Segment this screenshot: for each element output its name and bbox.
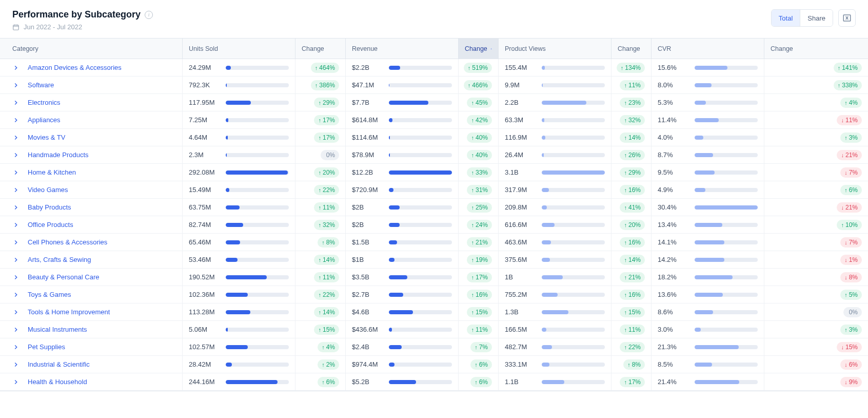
cvr-value: 11.4% <box>658 116 689 124</box>
info-icon[interactable]: i <box>145 11 153 19</box>
revenue-value: $2B <box>352 221 384 229</box>
category-link[interactable]: Tools & Home Improvement <box>28 308 110 316</box>
change-pill: ↑5% <box>840 290 862 300</box>
category-link[interactable]: Video Games <box>28 186 68 194</box>
col-header-units-sold[interactable]: Units Sold <box>183 39 295 59</box>
category-link[interactable]: Electronics <box>28 99 61 106</box>
change-pill: ↑19% <box>467 255 492 265</box>
views-value: 63.3M <box>505 116 537 124</box>
revenue-value: $974.4M <box>352 360 384 368</box>
table-row: Pet Supplies 102.57M ↑4% $2.4B ↑7% 482.7… <box>0 338 868 356</box>
category-link[interactable]: Home & Kitchen <box>28 168 76 176</box>
bar-track <box>695 118 758 122</box>
seg-total-button[interactable]: Total <box>772 10 800 26</box>
expand-chevron-icon[interactable] <box>12 291 19 298</box>
bar-track <box>695 205 758 210</box>
col-header-category[interactable]: Category <box>0 39 183 59</box>
revenue-value: $1B <box>352 256 384 263</box>
expand-chevron-icon[interactable] <box>12 134 19 141</box>
table-row: Cell Phones & Accessories 65.46M ↑8% $1.… <box>0 234 868 251</box>
category-link[interactable]: Toys & Games <box>28 291 71 298</box>
bar-track <box>695 258 758 262</box>
bar-track <box>542 153 605 157</box>
revenue-value: $2.4B <box>352 343 384 351</box>
expand-chevron-icon[interactable] <box>12 239 19 246</box>
calendar-icon <box>12 24 19 31</box>
category-link[interactable]: Movies & TV <box>28 134 65 141</box>
expand-chevron-icon[interactable] <box>12 169 19 176</box>
expand-chevron-icon[interactable] <box>12 151 19 159</box>
expand-chevron-icon[interactable] <box>12 117 19 124</box>
bar-track <box>695 363 758 367</box>
expand-chevron-icon[interactable] <box>12 344 19 351</box>
bar-track <box>226 293 289 297</box>
bar-track <box>542 345 605 349</box>
change-pill: ↑134% <box>617 63 645 73</box>
bar-track <box>389 328 452 332</box>
category-link[interactable]: Handmade Products <box>28 151 89 159</box>
category-link[interactable]: Pet Supplies <box>28 343 65 351</box>
seg-share-button[interactable]: Share <box>800 10 833 26</box>
views-value: 463.6M <box>505 238 537 246</box>
bar-track <box>542 363 605 367</box>
change-pill: ↑15% <box>467 307 492 317</box>
category-link[interactable]: Industrial & Scientific <box>28 360 90 368</box>
table-row: Toys & Games 102.36M ↑22% $2.7B ↑16% 755… <box>0 286 868 303</box>
bar-track <box>389 101 452 105</box>
expand-chevron-icon[interactable] <box>12 186 19 194</box>
bar-track <box>695 328 758 332</box>
col-header-change-views[interactable]: Change <box>611 39 652 59</box>
expand-chevron-icon[interactable] <box>12 309 19 316</box>
col-header-change-units[interactable]: Change <box>295 39 346 59</box>
change-pill: ↓15% <box>837 342 862 352</box>
bar-track <box>389 258 452 262</box>
bar-track <box>542 136 605 140</box>
expand-chevron-icon[interactable] <box>12 99 19 106</box>
views-value: 116.9M <box>505 134 537 141</box>
table-row: Home & Kitchen 292.08M ↑20% $12.2B ↑33% … <box>0 164 868 181</box>
export-excel-button[interactable] <box>838 9 856 27</box>
bar-track <box>695 188 758 192</box>
bar-track <box>542 66 605 70</box>
date-range[interactable]: Jun 2022 - Jul 2022 <box>12 23 153 31</box>
sort-desc-icon <box>490 46 492 51</box>
col-header-product-views[interactable]: Product Views <box>499 39 611 59</box>
expand-chevron-icon[interactable] <box>12 82 19 89</box>
change-pill: ↑25% <box>467 202 492 213</box>
expand-chevron-icon[interactable] <box>12 221 19 229</box>
expand-chevron-icon[interactable] <box>12 274 19 281</box>
expand-chevron-icon[interactable] <box>12 378 19 386</box>
table-row: Office Products 82.74M ↑32% $2B ↑24% 616… <box>0 216 868 234</box>
category-link[interactable]: Health & Household <box>28 378 87 386</box>
category-link[interactable]: Appliances <box>28 116 61 124</box>
table-row: Software 792.3K ↑386% $47.1M ↑466% 9.9M … <box>0 77 868 94</box>
change-pill: ↑8% <box>623 359 645 370</box>
category-link[interactable]: Cell Phones & Accessories <box>28 238 107 246</box>
category-link[interactable]: Software <box>28 81 54 89</box>
col-header-change-cvr[interactable]: Change <box>764 39 868 59</box>
subcategory-table: Category Units Sold Change Revenue Chang… <box>0 38 868 391</box>
expand-chevron-icon[interactable] <box>12 256 19 263</box>
views-value: 9.9M <box>505 81 537 89</box>
col-header-cvr[interactable]: CVR <box>652 39 764 59</box>
expand-chevron-icon[interactable] <box>12 326 19 333</box>
category-link[interactable]: Baby Products <box>28 203 71 211</box>
expand-chevron-icon[interactable] <box>12 64 19 71</box>
bar-track <box>226 275 289 279</box>
category-link[interactable]: Beauty & Personal Care <box>28 273 99 281</box>
category-link[interactable]: Office Products <box>28 221 73 229</box>
revenue-value: $720.9M <box>352 186 384 194</box>
change-pill: ↓7% <box>840 237 862 248</box>
expand-chevron-icon[interactable] <box>12 361 19 368</box>
change-pill: ↑7% <box>470 342 492 352</box>
change-pill: ↑466% <box>464 80 492 90</box>
category-link[interactable]: Amazon Devices & Accessories <box>28 64 122 71</box>
col-header-change-revenue[interactable]: Change <box>459 39 499 59</box>
category-link[interactable]: Musical Instruments <box>28 326 87 333</box>
views-value: 482.7M <box>505 343 537 351</box>
cvr-value: 4.0% <box>658 134 689 141</box>
expand-chevron-icon[interactable] <box>12 204 19 211</box>
category-link[interactable]: Arts, Crafts & Sewing <box>28 256 91 263</box>
change-pill: ↓11% <box>837 115 862 125</box>
col-header-revenue[interactable]: Revenue <box>346 39 459 59</box>
